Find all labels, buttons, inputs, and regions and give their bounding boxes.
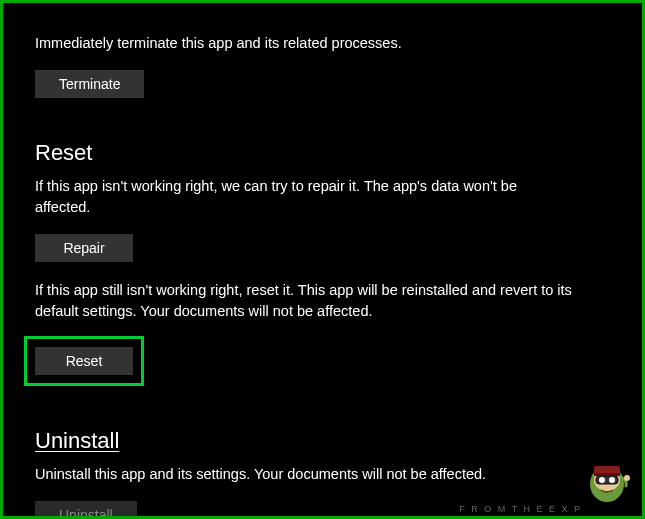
reset-heading: Reset (35, 140, 610, 166)
svg-rect-6 (594, 473, 620, 476)
svg-point-4 (609, 477, 615, 483)
terminate-button[interactable]: Terminate (35, 70, 144, 98)
svg-point-7 (624, 475, 630, 481)
terminate-description: Immediately terminate this app and its r… (35, 31, 575, 54)
uninstall-button[interactable]: Uninstall (35, 501, 137, 519)
repair-description: If this app isn't working right, we can … (35, 176, 575, 218)
reset-button[interactable]: Reset (35, 347, 133, 375)
reset-highlight-box: Reset (24, 336, 144, 386)
uninstall-heading: Uninstall (35, 428, 610, 454)
svg-point-3 (599, 477, 605, 483)
mascot-icon (584, 460, 630, 506)
watermark-text: F R O M T H E E X P (459, 504, 582, 514)
repair-button[interactable]: Repair (35, 234, 133, 262)
uninstall-description: Uninstall this app and its settings. You… (35, 464, 575, 485)
reset-description: If this app still isn't working right, r… (35, 280, 575, 322)
